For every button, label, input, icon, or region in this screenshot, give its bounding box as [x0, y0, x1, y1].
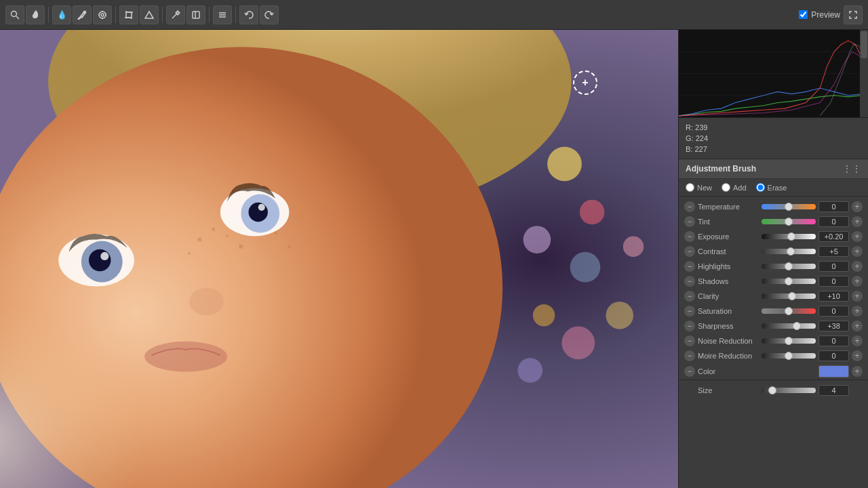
straighten-tool[interactable]: [140, 5, 159, 24]
noise-reduction-minus[interactable]: −: [684, 336, 695, 346]
saturation-plus[interactable]: +: [852, 306, 863, 317]
svg-point-46: [226, 235, 229, 237]
mode-new-radio[interactable]: [686, 183, 694, 192]
shadows-plus[interactable]: +: [852, 276, 863, 287]
exposure-value[interactable]: [818, 231, 849, 242]
healing-brush-tool[interactable]: [166, 5, 185, 24]
crop-tool[interactable]: [119, 5, 138, 24]
shadows-value[interactable]: [818, 276, 849, 287]
target-tool[interactable]: [93, 5, 112, 24]
exposure-plus[interactable]: +: [852, 231, 863, 242]
contrast-label: Contrast: [698, 247, 759, 256]
tint-value[interactable]: [818, 216, 849, 227]
contrast-thumb[interactable]: [787, 247, 795, 256]
size-thumb[interactable]: [768, 386, 776, 394]
saturation-value[interactable]: [818, 306, 849, 317]
photo-svg: [0, 30, 678, 488]
exposure-slider-container: [762, 234, 816, 239]
undo-tool[interactable]: [239, 5, 258, 24]
clarity-track[interactable]: [762, 293, 816, 299]
temperature-plus[interactable]: +: [852, 201, 863, 212]
color-plus[interactable]: +: [852, 366, 863, 377]
temperature-minus[interactable]: −: [684, 201, 695, 212]
sharpness-value[interactable]: [818, 321, 849, 331]
tint-plus[interactable]: +: [852, 216, 863, 227]
mode-add[interactable]: Add: [722, 183, 747, 192]
contrast-minus[interactable]: −: [684, 246, 695, 257]
size-track[interactable]: [762, 388, 816, 393]
canvas-area[interactable]: [0, 30, 678, 488]
moire-reduction-value[interactable]: [818, 350, 849, 361]
contrast-value[interactable]: [818, 246, 849, 257]
sharpness-plus[interactable]: +: [852, 321, 863, 331]
highlights-value[interactable]: [818, 261, 849, 272]
sharpness-track[interactable]: [762, 323, 816, 329]
tint-track[interactable]: [762, 219, 816, 224]
clarity-minus[interactable]: −: [684, 291, 695, 302]
noise-reduction-value[interactable]: [818, 336, 849, 346]
color-minus[interactable]: −: [684, 366, 695, 377]
r-label: R:: [686, 123, 693, 131]
rgb-values: R: 239 G: 224 B: 227: [679, 118, 868, 159]
shadows-thumb[interactable]: [785, 277, 793, 285]
adj-brush-title: Adjustment Brush: [686, 164, 756, 174]
hand-tool[interactable]: [26, 5, 45, 24]
svg-point-45: [188, 252, 191, 255]
moire-reduction-thumb[interactable]: [785, 352, 793, 360]
noise-reduction-track[interactable]: [762, 338, 816, 344]
svg-point-28: [524, 226, 551, 253]
temperature-value[interactable]: [818, 201, 849, 212]
highlights-track[interactable]: [762, 264, 816, 269]
noise-reduction-slider-container: [762, 338, 816, 344]
noise-reduction-plus[interactable]: +: [852, 336, 863, 346]
color-sampler-tool[interactable]: [73, 5, 92, 24]
main-area: R: 239 G: 224 B: 227 Adjustment Brush ⋮⋮…: [0, 30, 868, 488]
b-label: B:: [686, 145, 692, 153]
contrast-track[interactable]: [762, 249, 816, 254]
saturation-minus[interactable]: −: [684, 306, 695, 317]
sharpness-thumb[interactable]: [793, 322, 801, 330]
saturation-track[interactable]: [762, 308, 816, 314]
sharpness-minus[interactable]: −: [684, 321, 695, 331]
clone-stamp-tool[interactable]: [186, 5, 205, 24]
histogram-scrollbar[interactable]: [860, 30, 868, 117]
moire-reduction-minus[interactable]: −: [684, 350, 695, 361]
noise-reduction-thumb[interactable]: [785, 337, 793, 345]
highlights-minus[interactable]: −: [684, 261, 695, 272]
panel-options-icon[interactable]: ⋮⋮: [842, 163, 861, 174]
shadows-slider-container: [762, 279, 816, 284]
color-swatch[interactable]: [818, 365, 849, 378]
shadows-minus[interactable]: −: [684, 276, 695, 287]
fullscreen-button[interactable]: [844, 5, 863, 24]
size-value[interactable]: [818, 385, 849, 396]
mode-add-label: Add: [733, 184, 747, 192]
preview-checkbox[interactable]: [799, 10, 808, 19]
highlights-plus[interactable]: +: [852, 261, 863, 272]
contrast-plus[interactable]: +: [852, 246, 863, 257]
clarity-plus[interactable]: +: [852, 291, 863, 302]
white-balance-tool[interactable]: 💧: [52, 5, 71, 24]
clarity-label: Clarity: [698, 292, 759, 300]
tint-thumb[interactable]: [785, 218, 793, 226]
tint-minus[interactable]: −: [684, 216, 695, 227]
zoom-tool[interactable]: [5, 5, 24, 24]
highlights-thumb[interactable]: [785, 262, 793, 270]
mode-new[interactable]: New: [686, 183, 712, 192]
mode-add-radio[interactable]: [722, 183, 730, 192]
mode-erase[interactable]: Erase: [756, 183, 787, 192]
exposure-minus[interactable]: −: [684, 231, 695, 242]
temperature-thumb[interactable]: [785, 203, 793, 211]
clarity-value[interactable]: [818, 291, 849, 302]
size-row: Size: [679, 383, 868, 398]
moire-reduction-plus[interactable]: +: [852, 350, 863, 361]
exposure-track[interactable]: [762, 234, 816, 239]
clarity-thumb[interactable]: [788, 292, 796, 300]
redo-tool[interactable]: [260, 5, 279, 24]
mode-erase-radio[interactable]: [756, 183, 765, 192]
saturation-thumb[interactable]: [785, 307, 793, 315]
exposure-thumb[interactable]: [787, 232, 795, 241]
moire-reduction-track[interactable]: [762, 353, 816, 359]
snapshots-tool[interactable]: [213, 5, 232, 24]
shadows-track[interactable]: [762, 279, 816, 284]
temperature-track[interactable]: [762, 204, 816, 209]
